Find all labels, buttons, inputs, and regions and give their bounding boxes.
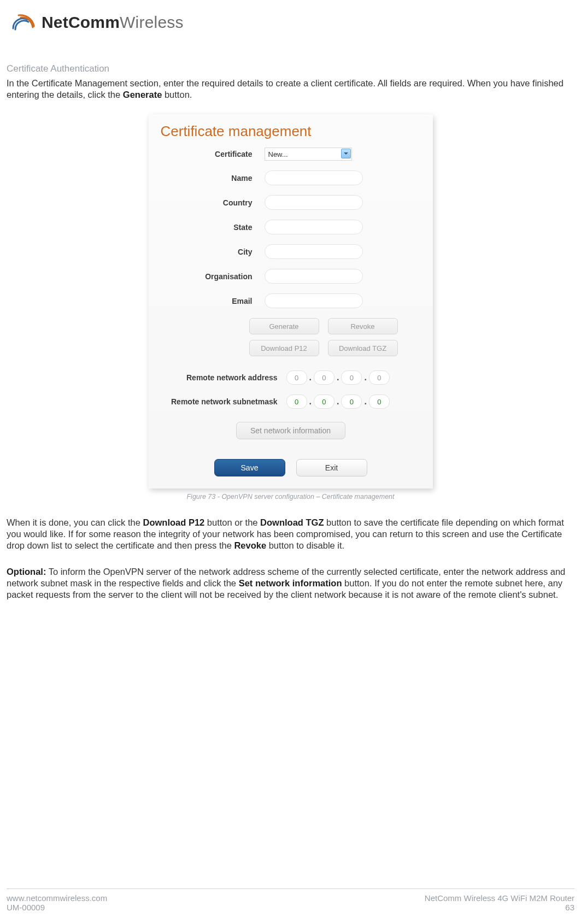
remote-mask-octet-3[interactable]: [341, 395, 362, 409]
footer-page-number: 63: [425, 903, 574, 912]
name-input[interactable]: [265, 170, 363, 185]
footer-doc-id: UM-00009: [7, 903, 107, 912]
row-state: State: [161, 220, 421, 234]
intro-bold-generate: Generate: [123, 90, 162, 99]
remote-addr-octet-4[interactable]: [369, 370, 390, 385]
certificate-management-panel: Certificate management Certificate Name …: [149, 114, 433, 489]
dot-icon: .: [364, 397, 366, 407]
p2-b1: Set network information: [239, 578, 342, 588]
row-name: Name: [161, 170, 421, 185]
row-email: Email: [161, 293, 421, 308]
row-country: Country: [161, 195, 421, 210]
save-button[interactable]: Save: [214, 459, 285, 476]
exit-button[interactable]: Exit: [296, 459, 367, 476]
remote-addr-octet-1[interactable]: [286, 370, 307, 385]
row-organisation: Organisation: [161, 269, 421, 284]
label-name: Name: [161, 174, 265, 183]
label-remote-subnetmask: Remote network subnetmask: [161, 397, 286, 406]
certificate-select[interactable]: [265, 148, 352, 161]
set-network-information-button[interactable]: Set network information: [236, 422, 345, 439]
footer-product: NetComm Wireless 4G WiFi M2M Router: [425, 893, 574, 903]
p2-b0: Optional:: [7, 567, 46, 576]
state-input[interactable]: [265, 220, 363, 234]
generate-button[interactable]: Generate: [249, 318, 319, 334]
dot-icon: .: [337, 373, 339, 382]
dot-icon: .: [337, 397, 339, 407]
p1-b3: Revoke: [234, 540, 266, 550]
label-certificate: Certificate: [161, 150, 265, 158]
save-exit-row: Save Exit: [161, 459, 421, 476]
dot-icon: .: [364, 373, 366, 382]
remote-mask-octet-2[interactable]: [314, 395, 334, 409]
p1-b2: Download TGZ: [260, 517, 324, 527]
p1-t1: When it is done, you can click the: [7, 517, 143, 527]
panel-title: Certificate management: [161, 123, 421, 140]
section-heading: Certificate Authentication: [7, 63, 574, 74]
label-remote-address: Remote network address: [161, 373, 286, 382]
download-p12-button[interactable]: Download P12: [249, 340, 319, 356]
footer-right: NetComm Wireless 4G WiFi M2M Router 63: [425, 893, 574, 912]
row-remote-address: Remote network address . . .: [161, 370, 421, 385]
row-city: City: [161, 244, 421, 259]
label-country: Country: [161, 198, 265, 207]
country-input[interactable]: [265, 195, 363, 210]
paragraph-1: When it is done, you can click the Downl…: [7, 517, 574, 551]
label-city: City: [161, 248, 265, 256]
intro-paragraph: In the Certificate Management section, e…: [7, 78, 574, 100]
brand-name-light: Wireless: [120, 13, 184, 31]
remote-address-group: . . .: [286, 370, 390, 385]
remote-subnetmask-group: . . .: [286, 395, 390, 409]
p1-b1: Download P12: [143, 517, 204, 527]
dot-icon: .: [309, 397, 312, 407]
intro-text-1: In the Certificate Management section, e…: [7, 78, 564, 99]
remote-addr-octet-3[interactable]: [341, 370, 362, 385]
buttons-row-1: Generate Revoke: [226, 318, 421, 334]
brand-logo-text: NetCommWireless: [42, 13, 184, 32]
label-state: State: [161, 223, 265, 232]
buttons-row-2: Download P12 Download TGZ: [226, 340, 421, 356]
footer-left: www.netcommwireless.com UM-00009: [7, 893, 107, 912]
row-remote-subnetmask: Remote network subnetmask . . .: [161, 395, 421, 409]
remote-mask-octet-1[interactable]: [286, 395, 307, 409]
remote-mask-octet-4[interactable]: [369, 395, 390, 409]
organisation-input[interactable]: [265, 269, 363, 284]
city-input[interactable]: [265, 244, 363, 259]
brand-logo: NetCommWireless: [11, 13, 574, 32]
label-email: Email: [161, 297, 265, 305]
brand-logo-mark: [11, 13, 36, 32]
figure-caption: Figure 73 - OpenVPN server configuration…: [7, 493, 574, 501]
chevron-down-icon[interactable]: [341, 149, 351, 158]
row-certificate: Certificate: [161, 148, 421, 161]
remote-addr-octet-2[interactable]: [314, 370, 334, 385]
footer-url: www.netcommwireless.com: [7, 893, 107, 903]
intro-text-2: button.: [162, 90, 192, 99]
paragraph-2: Optional: To inform the OpenVPN server o…: [7, 566, 574, 601]
page-footer: www.netcommwireless.com UM-00009 NetComm…: [7, 888, 574, 912]
certificate-select-value[interactable]: [265, 148, 352, 161]
download-tgz-button[interactable]: Download TGZ: [328, 340, 398, 356]
dot-icon: .: [309, 373, 312, 382]
label-organisation: Organisation: [161, 272, 265, 281]
p1-t2: button or the: [204, 517, 260, 527]
revoke-button[interactable]: Revoke: [328, 318, 398, 334]
brand-name-bold: NetComm: [42, 13, 120, 31]
set-network-row: Set network information: [161, 422, 421, 439]
p1-t4: button to disable it.: [266, 540, 344, 550]
email-input[interactable]: [265, 293, 363, 308]
